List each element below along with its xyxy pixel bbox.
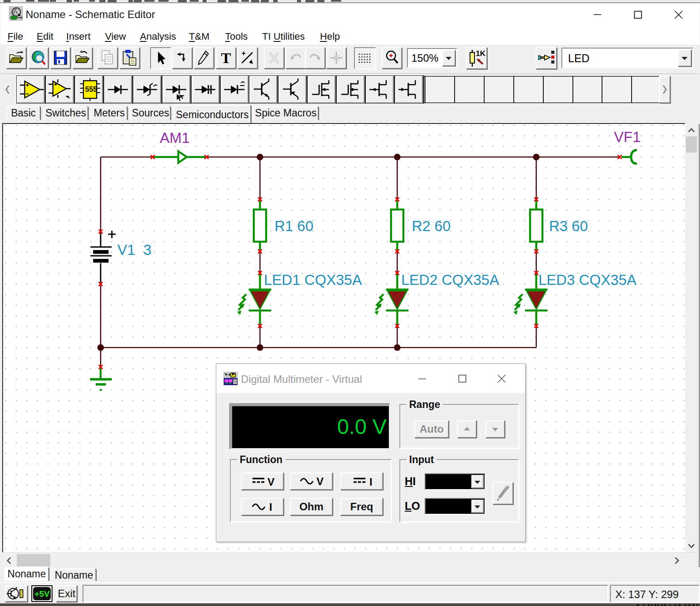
svg-text:AM1: AM1 bbox=[160, 130, 190, 146]
svg-text:555: 555 bbox=[85, 86, 97, 93]
svg-text:I: I bbox=[369, 476, 373, 488]
svg-text:V: V bbox=[316, 475, 324, 487]
svg-text:LED2 CQX35A: LED2 CQX35A bbox=[401, 272, 499, 288]
svg-text:V1 3: V1 3 bbox=[117, 242, 151, 258]
svg-text:V: V bbox=[267, 476, 275, 488]
svg-text:I: I bbox=[269, 501, 272, 513]
svg-text:LED3 CQX35A: LED3 CQX35A bbox=[538, 272, 636, 288]
svg-text:LED1 CQX35A: LED1 CQX35A bbox=[264, 272, 362, 288]
svg-text:R3 60: R3 60 bbox=[549, 218, 588, 234]
svg-text:R1 60: R1 60 bbox=[275, 218, 313, 234]
svg-text:1K: 1K bbox=[476, 49, 485, 58]
svg-text:VF1: VF1 bbox=[614, 129, 641, 145]
svg-text:R2 60: R2 60 bbox=[412, 218, 451, 234]
